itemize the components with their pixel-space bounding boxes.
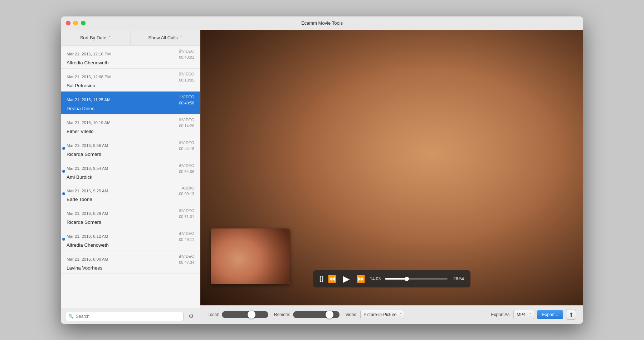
call-type-duration: 🖥 VIDEO 00:13:05: [178, 72, 194, 82]
call-duration: 00:44:16: [179, 147, 194, 151]
pip-thumbnail: [211, 228, 290, 284]
sidebar: Sort By Date ⌃ Show All Calls ⌃ Mar 21, …: [61, 30, 200, 324]
call-type-duration: 🖥 VIDEO 00:31:01: [178, 208, 194, 219]
window-title: Ecamm Movie Tools: [301, 20, 343, 26]
call-item[interactable]: Mar 21, 2016, 8:12 AM 🖥 VIDEO 00:49:11 A…: [61, 228, 200, 251]
search-box[interactable]: 🔍: [65, 312, 184, 321]
call-item[interactable]: Mar 21, 2016, 8:00 AM 🖥 VIDEO 00:47:34 L…: [61, 251, 200, 274]
close-button[interactable]: [66, 21, 70, 25]
fullscreen-button[interactable]: [81, 21, 86, 25]
export-format-select[interactable]: MP4 MOV M4V: [513, 310, 534, 319]
progress-fill: [385, 278, 407, 280]
call-type-duration: 🖥 VIDEO 00:43:01: [178, 49, 194, 59]
call-name: Earle Toone: [67, 197, 194, 202]
rewind-button[interactable]: ⏪: [327, 274, 337, 284]
settings-button[interactable]: ⚙: [186, 312, 196, 321]
share-button[interactable]: ⬆: [566, 310, 576, 320]
call-date: Mar 21, 2016, 9:56 AM: [67, 143, 108, 148]
remote-slider-thumb: [326, 311, 333, 319]
call-type-duration: 🖥 VIDEO 00:44:16: [178, 140, 194, 151]
local-label: Local:: [208, 312, 219, 317]
minimize-button[interactable]: [73, 21, 78, 25]
call-date: Mar 21, 2016, 8:29 AM: [67, 211, 108, 216]
video-type-icon: 🖥: [178, 49, 182, 54]
player-controls: [ ] ⏪ ▶ ⏩ 14:03 -26:54: [313, 270, 470, 287]
call-type-duration: 🖥 VIDEO 00:54:08: [178, 163, 194, 174]
call-date: Mar 21, 2016, 10:19 AM: [67, 120, 111, 125]
call-name: Elmer Vitello: [67, 129, 194, 134]
filter-label: Show All Calls: [148, 35, 177, 40]
call-item[interactable]: Mar 21, 2016, 11:25 AM 🖥 VIDEO 00:40:58 …: [61, 92, 200, 114]
call-type: AUDIO: [182, 186, 194, 190]
call-duration: 00:43:01: [179, 55, 194, 59]
app-window: Ecamm Movie Tools Sort By Date ⌃ Show Al…: [61, 16, 583, 324]
call-item-header: Mar 21, 2016, 9:54 AM 🖥 VIDEO 00:54:08: [67, 163, 194, 174]
call-item[interactable]: Mar 21, 2016, 9:56 AM 🖥 VIDEO 00:44:16 R…: [61, 137, 200, 160]
sort-by-date-button[interactable]: Sort By Date ⌃: [61, 30, 131, 45]
time-current: 14:03: [370, 276, 381, 281]
video-type-icon: 🖥: [178, 94, 182, 99]
export-group: Export As: MP4 MOV M4V ⌃ Export... ⬆: [491, 310, 576, 320]
video-mode-wrapper: Picture-in-Picture Side by Side Remote O…: [360, 310, 404, 319]
sort-label: Sort By Date: [80, 35, 107, 40]
call-type: 🖥 VIDEO: [178, 49, 194, 54]
play-button[interactable]: ▶: [341, 274, 351, 284]
video-type-icon: 🖥: [178, 231, 182, 236]
remote-volume-group: Remote:: [274, 311, 340, 318]
local-volume-slider[interactable]: [222, 311, 268, 318]
call-type: 🖥 VIDEO: [178, 140, 194, 145]
sort-chevron-icon: ⌃: [108, 36, 111, 40]
filter-chevron-icon: ⌃: [180, 36, 182, 40]
call-item[interactable]: Mar 21, 2016, 9:25 AM AUDIO 00:09:13 Ear…: [61, 183, 200, 205]
progress-bar[interactable]: [385, 278, 448, 280]
local-slider-thumb: [248, 311, 255, 319]
search-icon: 🔍: [68, 314, 74, 319]
call-duration: 00:40:58: [179, 101, 194, 105]
fast-forward-button[interactable]: ⏩: [356, 274, 366, 284]
call-type-duration: 🖥 VIDEO 00:47:34: [178, 254, 194, 265]
call-type-duration: 🖥 VIDEO 00:49:11: [178, 231, 194, 242]
call-name: Sal Petrosino: [67, 83, 194, 88]
video-mode-group: Video: Picture-in-Picture Side by Side R…: [345, 310, 404, 319]
call-item-header: Mar 21, 2016, 9:56 AM 🖥 VIDEO 00:44:16: [67, 140, 194, 151]
search-input[interactable]: [76, 314, 180, 319]
unread-dot: [62, 170, 65, 173]
video-type-icon: 🖥: [178, 72, 182, 77]
video-type-icon: 🖥: [178, 208, 182, 213]
call-date: Mar 21, 2016, 9:54 AM: [67, 166, 108, 171]
call-type-duration: 🖥 VIDEO 00:14:26: [178, 117, 194, 128]
call-item[interactable]: Mar 21, 2016, 12:10 PM 🖥 VIDEO 00:43:01 …: [61, 46, 200, 69]
call-type-duration: 🖥 VIDEO 00:40:58: [178, 94, 194, 105]
call-name: Deena Dines: [67, 106, 194, 111]
call-name: Ami Burdick: [67, 174, 194, 180]
call-duration: 00:09:13: [179, 192, 194, 196]
call-item[interactable]: Mar 21, 2016, 10:19 AM 🖥 VIDEO 00:14:26 …: [61, 114, 200, 137]
video-type-icon: 🖥: [178, 163, 182, 168]
call-name: Alfredia Chenoweth: [67, 242, 194, 248]
video-mode-select[interactable]: Picture-in-Picture Side by Side Remote O…: [360, 310, 404, 319]
video-type-icon: 🖥: [178, 140, 182, 145]
call-type: 🖥 VIDEO: [178, 231, 194, 236]
call-type: 🖥 VIDEO: [178, 163, 194, 168]
export-button[interactable]: Export...: [537, 310, 563, 319]
sidebar-footer: 🔍 ⚙: [61, 309, 200, 324]
call-item[interactable]: Mar 21, 2016, 9:54 AM 🖥 VIDEO 00:54:08 A…: [61, 160, 200, 183]
call-duration: 00:13:05: [179, 78, 194, 82]
call-item-header: Mar 21, 2016, 11:25 AM 🖥 VIDEO 00:40:58: [67, 94, 194, 105]
local-volume-group: Local:: [208, 311, 268, 318]
call-duration: 00:47:34: [179, 260, 194, 265]
call-name: Ricarda Somers: [67, 220, 194, 225]
call-type: 🖥 VIDEO: [178, 94, 194, 99]
call-item[interactable]: Mar 21, 2016, 12:08 PM 🖥 VIDEO 00:13:05 …: [61, 69, 200, 92]
call-date: Mar 21, 2016, 11:25 AM: [67, 98, 111, 102]
unread-dot: [62, 147, 65, 150]
call-item-header: Mar 21, 2016, 8:29 AM 🖥 VIDEO 00:31:01: [67, 208, 194, 219]
video-type-icon: 🖥: [178, 254, 182, 259]
call-type-duration: AUDIO 00:09:13: [179, 186, 194, 196]
call-item-header: Mar 21, 2016, 12:10 PM 🖥 VIDEO 00:43:01: [67, 49, 194, 59]
sidebar-toolbar: Sort By Date ⌃ Show All Calls ⌃: [61, 30, 200, 46]
remote-volume-slider[interactable]: [293, 311, 340, 318]
show-all-calls-button[interactable]: Show All Calls ⌃: [131, 30, 200, 45]
call-item[interactable]: Mar 21, 2016, 8:29 AM 🖥 VIDEO 00:31:01 R…: [61, 205, 200, 228]
call-item-header: Mar 21, 2016, 12:08 PM 🖥 VIDEO 00:13:05: [67, 72, 194, 82]
